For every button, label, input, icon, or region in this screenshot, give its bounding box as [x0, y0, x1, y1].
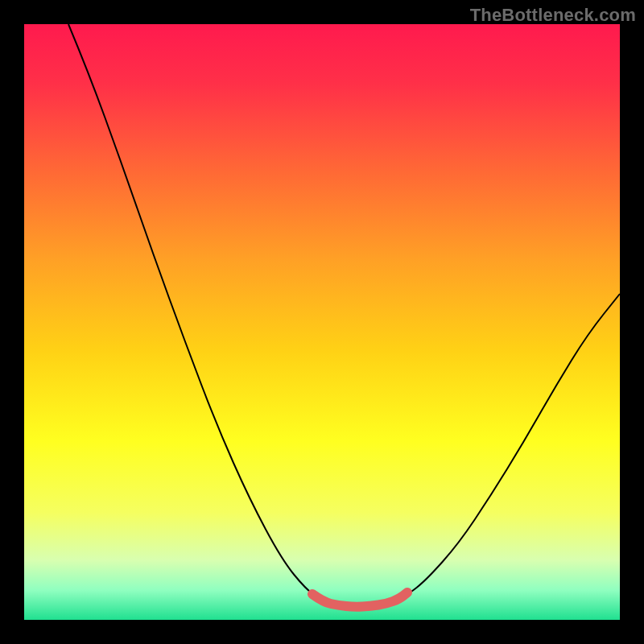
- trough-highlight: [312, 592, 407, 607]
- watermark-text: TheBottleneck.com: [470, 5, 636, 26]
- plot-area: [24, 24, 620, 620]
- bottleneck-curve: [68, 24, 620, 606]
- chart-frame: TheBottleneck.com: [0, 0, 644, 644]
- curve-layer: [24, 24, 620, 620]
